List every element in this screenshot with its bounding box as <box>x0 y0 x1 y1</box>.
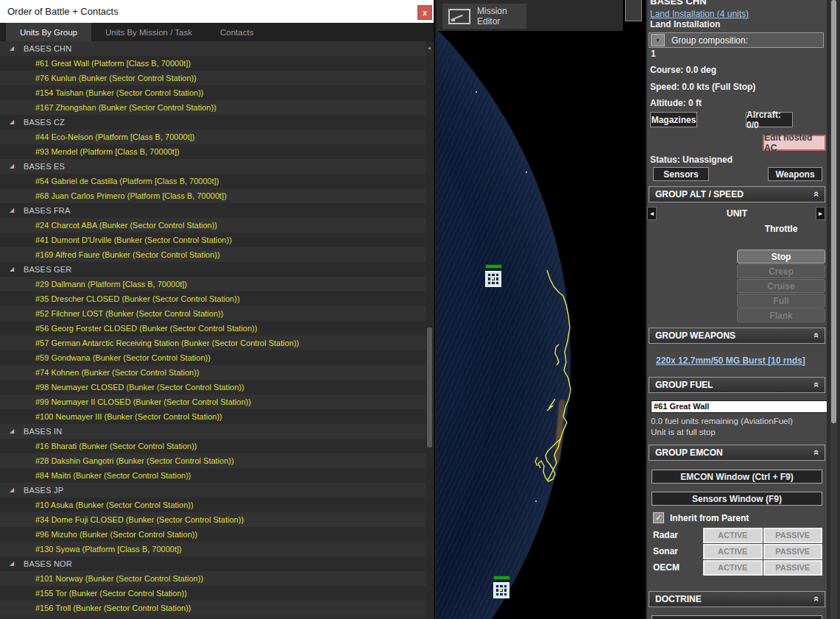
tree-group-bases-es[interactable]: ◢BASES ES <box>0 159 426 174</box>
tree-item[interactable]: #99 Neumayer II CLOSED (Bunker (Sector C… <box>0 395 426 409</box>
unit-type-link[interactable]: Land Installation (4 units) <box>650 9 749 19</box>
throttle-full-button[interactable]: Full <box>737 294 825 308</box>
tree-item[interactable]: #100 Neumayer III (Bunker (Sector Contro… <box>0 409 426 424</box>
tree-item[interactable]: #68 Juan Carlos Primero (Platform [Class… <box>0 188 426 203</box>
tree-item[interactable]: #61 Great Wall (Platform [Class B, 70000… <box>0 56 426 71</box>
land-installation-symbol-1[interactable] <box>485 264 502 287</box>
sensors-window-button[interactable]: Sensors Window (F9) <box>652 492 822 506</box>
section-header-group-weapons[interactable]: GROUP WEAPONS « <box>649 328 825 344</box>
collapse-chevron-icon[interactable]: « <box>811 596 822 601</box>
tree-item[interactable]: #52 Filchner LOST (Bunker (Sector Contro… <box>0 306 426 321</box>
emcon-window-button[interactable]: EMCON Window (Ctrl + F9) <box>652 470 822 484</box>
tree-group-bases-jp[interactable]: ◢BASES JP <box>0 483 426 498</box>
section-header-alt-speed[interactable]: GROUP ALT / SPEED « <box>649 186 825 202</box>
tree-item[interactable]: #96 Mizuho (Bunker (Sector Control Stati… <box>0 527 426 542</box>
expand-icon[interactable]: ◢ <box>10 163 19 169</box>
tree-item[interactable]: #98 Neumayer CLOSED (Bunker (Sector Cont… <box>0 380 426 395</box>
expand-icon[interactable]: ◢ <box>10 119 19 125</box>
group-composition-bar[interactable]: ▼ Group composition: <box>649 32 824 48</box>
expand-icon[interactable]: ◢ <box>10 266 19 272</box>
tree-item[interactable]: #76 Kunlun (Bunker (Sector Control Stati… <box>0 71 426 85</box>
tree-group-label: BASES JP <box>24 486 63 495</box>
section-header-group-emcon[interactable]: GROUP EMCON « <box>649 445 825 461</box>
tree-group-bases-chn[interactable]: ◢BASES CHN <box>0 41 426 56</box>
expand-icon[interactable]: ◢ <box>10 487 19 493</box>
oecm-active-button[interactable]: ACTIVE <box>703 560 763 576</box>
tree-group-bases-fra[interactable]: ◢BASES FRA <box>0 203 426 218</box>
toolbar-placeholder-box[interactable] <box>625 0 642 21</box>
tree-item[interactable]: #155 Tor (Bunker (Sector Control Station… <box>0 586 426 601</box>
tree-item[interactable]: #10 Asuka (Bunker (Sector Control Statio… <box>0 498 426 512</box>
tree-item[interactable]: #169 Alfred Faure (Bunker (Sector Contro… <box>0 247 426 262</box>
tree-item[interactable]: #84 Maitri (Bunker (Sector Control Stati… <box>0 468 426 483</box>
tree-item[interactable]: #54 Gabriel de Castilla (Platform [Class… <box>0 174 426 188</box>
tree-scrollbar[interactable]: ▲ <box>426 41 433 619</box>
tab-contacts[interactable]: Contacts <box>206 23 267 41</box>
tree-item[interactable]: #93 Mendel (Platform [Class B, 70000t]) <box>0 144 426 159</box>
tree-item[interactable]: #74 Kohnen (Bunker (Sector Control Stati… <box>0 365 426 380</box>
installation-grid-icon <box>493 582 509 598</box>
chevron-down-icon[interactable]: ▼ <box>651 34 665 46</box>
oecm-passive-button[interactable]: PASSIVE <box>763 560 823 576</box>
tree-item[interactable]: #59 Gondwana (Bunker (Sector Control Sta… <box>0 350 426 365</box>
collapse-chevron-icon[interactable]: « <box>811 191 822 197</box>
collapse-chevron-icon[interactable]: « <box>811 333 822 338</box>
tree-item[interactable]: #101 Norway (Bunker (Sector Control Stat… <box>0 571 426 586</box>
weapon-mount-link[interactable]: 220x 12.7mm/50 MG Burst [10 rnds] <box>656 356 805 366</box>
tree-group-bases-in[interactable]: ◢BASES IN <box>0 424 426 439</box>
collapse-chevron-icon[interactable]: « <box>811 450 822 455</box>
throttle-creep-button[interactable]: Creep <box>737 264 825 278</box>
window-titlebar[interactable]: Order of Battle + Contacts x <box>0 0 434 23</box>
sonar-active-button[interactable]: ACTIVE <box>703 544 763 559</box>
sensors-button[interactable]: Sensors <box>653 167 709 181</box>
sonar-passive-button[interactable]: PASSIVE <box>763 544 823 559</box>
tree-group-bases-ger[interactable]: ◢BASES GER <box>0 262 426 277</box>
tree-item[interactable]: #34 Dome Fuji CLOSED (Bunker (Sector Con… <box>0 512 426 527</box>
section-title: GROUP FUEL <box>655 380 713 390</box>
throttle-cruise-button[interactable]: Cruise <box>737 279 825 293</box>
section-header-doctrine[interactable]: DOCTRINE « <box>649 591 825 607</box>
map-view[interactable]: Mission Editor <box>437 0 646 619</box>
tree-scrollbar-thumb[interactable] <box>427 328 432 448</box>
weapons-button[interactable]: Weapons <box>768 167 822 181</box>
expand-icon[interactable]: ◢ <box>10 561 19 567</box>
tree-item[interactable]: #154 Taishan (Bunker (Sector Control Sta… <box>0 85 426 100</box>
inherit-checkbox[interactable]: ✓ <box>653 512 664 523</box>
expand-icon[interactable]: ◢ <box>10 208 19 213</box>
throttle-stop-button[interactable]: Stop <box>737 250 825 263</box>
section-header-group-fuel[interactable]: GROUP FUEL « <box>649 377 825 393</box>
scroll-up-icon[interactable]: ▲ <box>426 41 433 50</box>
tree-group-bases-nor[interactable]: ◢BASES NOR <box>0 556 426 571</box>
tree-item[interactable]: #29 Dallmann (Platform [Class B, 70000t]… <box>0 277 426 291</box>
magazines-button[interactable]: Magazines <box>650 112 697 127</box>
tree-item[interactable]: #24 Charcot ABA (Bunker (Sector Control … <box>0 218 426 233</box>
tree-item[interactable]: #41 Dumont D'Urville (Bunker (Sector Con… <box>0 233 426 247</box>
close-button[interactable]: x <box>417 5 432 20</box>
throttle-flank-button[interactable]: Flank <box>737 308 825 322</box>
fuel-unit-select[interactable] <box>651 400 827 413</box>
panel-scrollbar-thumb[interactable] <box>831 0 836 423</box>
expand-icon[interactable]: ◢ <box>10 428 19 434</box>
tree-item[interactable]: #156 Troll (Bunker (Sector Control Stati… <box>0 601 426 615</box>
tab-units-by-group[interactable]: Units By Group <box>6 23 91 41</box>
tree-item[interactable]: #130 Syowa (Platform [Class B, 70000t]) <box>0 542 426 556</box>
expand-icon[interactable]: ◢ <box>10 46 19 52</box>
panel-scrollbar[interactable] <box>830 0 837 619</box>
edit-hosted-ac-button[interactable]: Edit hosted AC <box>763 135 826 151</box>
tree-item[interactable]: #57 German Antarctic Receiving Station (… <box>0 336 426 350</box>
tab-units-by-mission-task[interactable]: Units By Mission / Task <box>91 23 206 41</box>
tree-item[interactable]: #16 Bharati (Bunker (Sector Control Stat… <box>0 439 426 453</box>
tree-item[interactable]: #167 Zhongshan (Bunker (Sector Control S… <box>0 100 426 115</box>
tree-item[interactable]: #35 Drescher CLOSED (Bunker (Sector Cont… <box>0 291 426 306</box>
tree-group-bases-cz[interactable]: ◢BASES CZ <box>0 115 426 130</box>
mission-editor-button[interactable]: Mission Editor <box>442 4 526 29</box>
radar-passive-button[interactable]: PASSIVE <box>763 528 823 543</box>
radar-active-button[interactable]: ACTIVE <box>703 528 763 543</box>
collapse-chevron-icon[interactable]: « <box>811 382 822 387</box>
tree-item[interactable]: #28 Dakshin Gangotri (Bunker (Sector Con… <box>0 453 426 468</box>
tree-item[interactable]: #44 Eco-Nelson (Platform [Class B, 70000… <box>0 130 426 144</box>
tree-item[interactable]: #56 Georg Forster CLOSED (Bunker (Sector… <box>0 321 426 336</box>
aircraft-button[interactable]: Aircraft: 0/0 <box>746 112 793 127</box>
doctrine-window-button[interactable]: Doctrine Window (Ctrl + F9) <box>652 615 822 619</box>
land-installation-symbol-2[interactable] <box>493 576 510 598</box>
